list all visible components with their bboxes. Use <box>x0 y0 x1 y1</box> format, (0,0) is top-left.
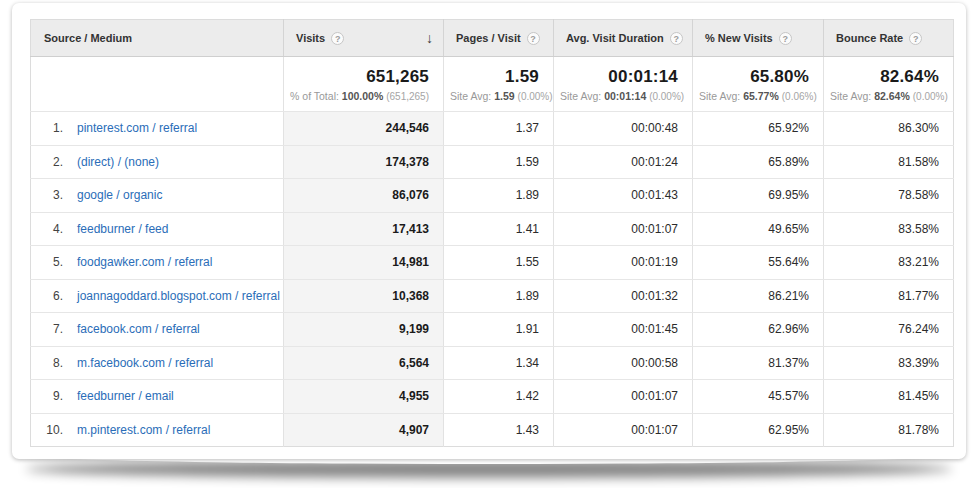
visits-cell: 4,955 <box>284 380 444 414</box>
avg-visit-duration-cell: 00:00:58 <box>554 346 693 380</box>
column-header-visits[interactable]: Visits ? ↓ <box>284 20 444 57</box>
avg-visit-duration-cell: 00:01:07 <box>554 212 693 246</box>
summary-avg-visit-duration-subtext: Site Avg: 00:01:14 (0.00%) <box>560 90 678 102</box>
pct-new-visits-cell: 81.37% <box>693 346 824 380</box>
source-medium-cell: 2.(direct) / (none) <box>31 145 284 179</box>
summary-row: 651,265 % of Total: 100.00% (651,265) 1.… <box>31 57 954 112</box>
help-icon[interactable]: ? <box>670 32 683 45</box>
summary-bounce-rate-total: 82.64% <box>830 67 939 87</box>
summary-pct-new-visits-total: 65.80% <box>699 67 809 87</box>
pages-per-visit-cell: 1.55 <box>444 246 554 280</box>
row-rank: 5. <box>31 255 63 269</box>
summary-bounce-rate-subtext: Site Avg: 82.64% (0.00%) <box>830 90 939 102</box>
avg-visit-duration-cell: 00:01:07 <box>554 380 693 414</box>
source-medium-link[interactable]: m.pinterest.com / referral <box>77 423 210 437</box>
visits-cell: 86,076 <box>284 179 444 213</box>
column-label: Avg. Visit Duration <box>566 32 664 44</box>
column-label: Visits <box>296 32 325 44</box>
source-medium-link[interactable]: (direct) / (none) <box>77 155 159 169</box>
avg-visit-duration-cell: 00:01:24 <box>554 145 693 179</box>
table-row: 7.facebook.com / referral 9,199 1.91 00:… <box>31 313 954 347</box>
source-medium-cell: 8.m.facebook.com / referral <box>31 346 284 380</box>
column-header-pages-per-visit[interactable]: Pages / Visit ? <box>444 20 554 57</box>
source-medium-cell: 4.feedburner / feed <box>31 212 284 246</box>
source-medium-table: Source / Medium Visits ? ↓ Pages / Visit… <box>30 19 954 447</box>
avg-visit-duration-cell: 00:01:43 <box>554 179 693 213</box>
summary-bounce-rate-cell: 82.64% Site Avg: 82.64% (0.00%) <box>824 57 954 112</box>
column-header-bounce-rate[interactable]: Bounce Rate ? <box>824 20 954 57</box>
visits-cell: 14,981 <box>284 246 444 280</box>
pct-new-visits-cell: 45.57% <box>693 380 824 414</box>
pages-per-visit-cell: 1.37 <box>444 112 554 146</box>
summary-avg-visit-duration-total: 00:01:14 <box>560 67 678 87</box>
bounce-rate-cell: 81.78% <box>824 413 954 447</box>
row-rank: 6. <box>31 289 63 303</box>
pct-new-visits-cell: 55.64% <box>693 246 824 280</box>
sort-descending-icon[interactable]: ↓ <box>426 30 435 46</box>
visits-cell: 9,199 <box>284 313 444 347</box>
column-header-pct-new-visits[interactable]: % New Visits ? <box>693 20 824 57</box>
source-medium-link[interactable]: facebook.com / referral <box>77 322 200 336</box>
visits-cell: 174,378 <box>284 145 444 179</box>
visits-cell: 244,546 <box>284 112 444 146</box>
summary-visits-cell: 651,265 % of Total: 100.00% (651,265) <box>284 57 444 112</box>
row-rank: 10. <box>31 423 63 437</box>
row-rank: 8. <box>31 356 63 370</box>
bounce-rate-cell: 83.58% <box>824 212 954 246</box>
avg-visit-duration-cell: 00:00:48 <box>554 112 693 146</box>
table-row: 1.pinterest.com / referral 244,546 1.37 … <box>31 112 954 146</box>
source-medium-link[interactable]: m.facebook.com / referral <box>77 356 213 370</box>
help-icon[interactable]: ? <box>527 32 540 45</box>
visits-cell: 6,564 <box>284 346 444 380</box>
pages-per-visit-cell: 1.89 <box>444 279 554 313</box>
pct-new-visits-cell: 86.21% <box>693 279 824 313</box>
source-medium-link[interactable]: google / organic <box>77 188 162 202</box>
row-rank: 1. <box>31 121 63 135</box>
summary-visits-total: 651,265 <box>290 67 429 87</box>
help-icon[interactable]: ? <box>331 32 344 45</box>
help-icon[interactable]: ? <box>909 32 922 45</box>
source-medium-link[interactable]: pinterest.com / referral <box>77 121 197 135</box>
table-row: 8.m.facebook.com / referral 6,564 1.34 0… <box>31 346 954 380</box>
column-header-avg-visit-duration[interactable]: Avg. Visit Duration ? <box>554 20 693 57</box>
source-medium-link[interactable]: feedburner / email <box>77 389 174 403</box>
source-medium-link[interactable]: feedburner / feed <box>77 222 168 236</box>
pages-per-visit-cell: 1.34 <box>444 346 554 380</box>
pages-per-visit-cell: 1.41 <box>444 212 554 246</box>
row-rank: 2. <box>31 155 63 169</box>
column-label: % New Visits <box>705 32 773 44</box>
summary-avg-visit-duration-cell: 00:01:14 Site Avg: 00:01:14 (0.00%) <box>554 57 693 112</box>
source-medium-cell: 5.foodgawker.com / referral <box>31 246 284 280</box>
table-row: 9.feedburner / email 4,955 1.42 00:01:07… <box>31 380 954 414</box>
source-medium-cell: 10.m.pinterest.com / referral <box>31 413 284 447</box>
help-icon[interactable]: ? <box>779 32 792 45</box>
summary-pct-new-visits-cell: 65.80% Site Avg: 65.77% (0.06%) <box>693 57 824 112</box>
avg-visit-duration-cell: 00:01:19 <box>554 246 693 280</box>
visits-cell: 4,907 <box>284 413 444 447</box>
source-medium-link[interactable]: foodgawker.com / referral <box>77 255 212 269</box>
pages-per-visit-cell: 1.89 <box>444 179 554 213</box>
summary-pages-per-visit-total: 1.59 <box>450 67 539 87</box>
summary-pct-new-visits-subtext: Site Avg: 65.77% (0.06%) <box>699 90 809 102</box>
column-header-source-medium[interactable]: Source / Medium <box>31 20 284 57</box>
table-row: 2.(direct) / (none) 174,378 1.59 00:01:2… <box>31 145 954 179</box>
pct-new-visits-cell: 65.89% <box>693 145 824 179</box>
bounce-rate-cell: 81.45% <box>824 380 954 414</box>
avg-visit-duration-cell: 00:01:45 <box>554 313 693 347</box>
pct-new-visits-cell: 69.95% <box>693 179 824 213</box>
analytics-report-card: Source / Medium Visits ? ↓ Pages / Visit… <box>12 3 966 459</box>
column-label: Bounce Rate <box>836 32 903 44</box>
visits-cell: 10,368 <box>284 279 444 313</box>
pages-per-visit-cell: 1.43 <box>444 413 554 447</box>
pct-new-visits-cell: 62.95% <box>693 413 824 447</box>
source-medium-cell: 1.pinterest.com / referral <box>31 112 284 146</box>
pct-new-visits-cell: 62.96% <box>693 313 824 347</box>
pct-new-visits-cell: 49.65% <box>693 212 824 246</box>
bounce-rate-cell: 81.77% <box>824 279 954 313</box>
pages-per-visit-cell: 1.91 <box>444 313 554 347</box>
source-medium-link[interactable]: joannagoddard.blogspot.com / referral <box>77 289 280 303</box>
visits-cell: 17,413 <box>284 212 444 246</box>
avg-visit-duration-cell: 00:01:07 <box>554 413 693 447</box>
source-medium-cell: 3.google / organic <box>31 179 284 213</box>
bounce-rate-cell: 81.58% <box>824 145 954 179</box>
